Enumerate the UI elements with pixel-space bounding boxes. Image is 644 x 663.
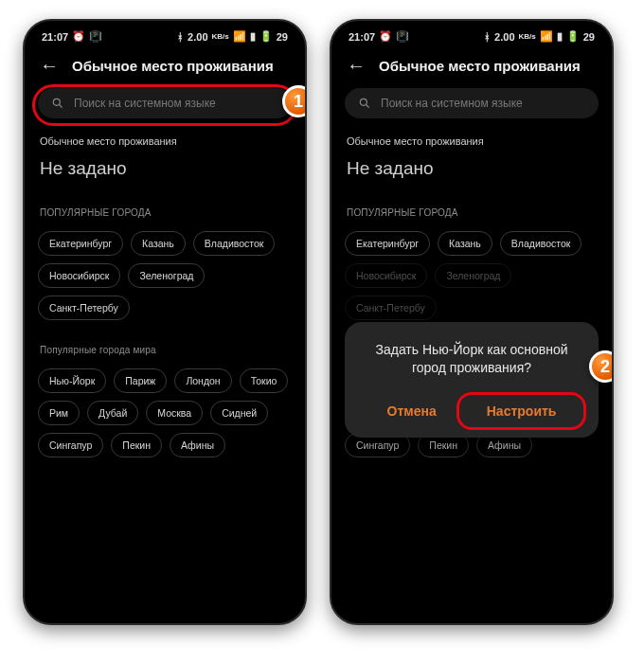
city-chip[interactable]: Екатеринбург (38, 231, 123, 256)
city-chip[interactable]: Нью-Йорк (38, 368, 106, 393)
back-icon[interactable]: ← (40, 56, 59, 75)
popular-local-header: ПОПУЛЯРНЫЕ ГОРОДА (25, 183, 305, 222)
signal-icon: ▮ (557, 30, 563, 43)
city-chip[interactable]: Казань (131, 231, 186, 256)
status-bar: 21:07 ⏰ 📳 ᚼ 2.00 KB/s 📶 ▮ 🔋 29 (25, 21, 305, 46)
net-unit: KB/s (519, 32, 536, 41)
popular-local-chips: Екатеринбург Казань Владивосток Новосиби… (25, 222, 305, 324)
residence-label: Обычное место проживания (40, 135, 290, 147)
alarm-icon: ⏰ (379, 30, 392, 43)
city-chip[interactable]: Афины (170, 433, 225, 457)
city-chip[interactable]: Санкт-Петербу (38, 296, 130, 320)
callout-1: 1 (282, 85, 307, 117)
dialog-message: Задать Нью-Йорк как основной город прожи… (362, 339, 581, 392)
city-chip[interactable]: Москва (146, 401, 203, 425)
residence-section: Обычное место проживания Не задано (331, 122, 612, 183)
search-icon (358, 97, 371, 110)
city-chip[interactable]: Новосибирск (38, 263, 120, 288)
svg-line-1 (60, 105, 63, 108)
confirm-button[interactable]: Настроить (468, 396, 576, 426)
vibrate-icon: 📳 (396, 30, 409, 43)
city-chip[interactable]: Дубай (87, 401, 138, 425)
battery-pct: 29 (583, 31, 595, 43)
residence-value: Не задано (40, 158, 290, 179)
popular-local-label: ПОПУЛЯРНЫЕ ГОРОДА (40, 207, 290, 218)
alarm-icon: ⏰ (72, 30, 85, 43)
residence-value: Не задано (347, 158, 597, 179)
popular-world-header: Популярные города мира (25, 324, 305, 359)
svg-point-0 (53, 99, 60, 105)
city-chip[interactable]: Санкт-Петербу (345, 296, 437, 320)
confirm-button-label: Настроить (487, 403, 557, 419)
city-chip[interactable]: Владивосток (500, 231, 582, 256)
residence-label: Обычное место проживания (347, 135, 597, 147)
status-time: 21:07 (349, 31, 375, 43)
signal-icon: ▮ (250, 30, 256, 43)
page-title: Обычное место проживания (379, 58, 581, 74)
city-chip[interactable]: Зеленоград (435, 263, 511, 288)
city-chip[interactable]: Сингапур (38, 433, 103, 457)
city-chip[interactable]: Владивосток (193, 231, 276, 256)
phone-screen-1: 21:07 ⏰ 📳 ᚼ 2.00 KB/s 📶 ▮ 🔋 29 ← Обычное… (23, 19, 307, 625)
svg-point-2 (360, 99, 367, 105)
city-chip[interactable]: Париж (114, 368, 167, 393)
vibrate-icon: 📳 (89, 30, 102, 43)
cancel-button[interactable]: Отмена (368, 396, 456, 426)
city-chip[interactable]: Казань (438, 231, 492, 256)
city-chip[interactable]: Пекин (111, 433, 162, 457)
wifi-icon: 📶 (233, 30, 246, 43)
popular-local-header: ПОПУЛЯРНЫЕ ГОРОДА (331, 183, 612, 222)
net-speed: 2.00 (188, 31, 207, 43)
city-chip[interactable]: Токио (240, 368, 289, 393)
status-time: 21:07 (42, 31, 68, 43)
popular-world-chips: Нью-Йорк Париж Лондон Токио Рим Дубай Мо… (25, 359, 305, 461)
net-speed: 2.00 (494, 31, 514, 43)
battery-icon: 🔋 (259, 30, 273, 43)
battery-pct: 29 (277, 31, 288, 43)
bluetooth-icon: ᚼ (177, 31, 184, 43)
search-placeholder: Поиск на системном языке (381, 97, 523, 110)
confirm-dialog: Задать Нью-Йорк как основной город прожи… (345, 322, 599, 438)
city-chip[interactable]: Екатеринбург (345, 231, 430, 256)
city-chip[interactable]: Зеленоград (128, 263, 205, 288)
city-chip[interactable]: Новосибирск (345, 263, 427, 288)
page-title: Обычное место проживания (72, 58, 274, 74)
residence-section: Обычное место проживания Не задано (25, 122, 305, 183)
back-icon[interactable]: ← (347, 56, 366, 75)
bluetooth-icon: ᚼ (484, 31, 491, 43)
callout-2: 2 (589, 350, 614, 383)
status-bar: 21:07 ⏰ 📳 ᚼ 2.00 KB/s 📶 ▮ 🔋 29 (331, 21, 612, 46)
popular-local-chips: Екатеринбург Казань Владивосток Новосиби… (331, 222, 612, 324)
app-bar: ← Обычное место проживания (331, 46, 612, 81)
battery-icon: 🔋 (566, 30, 580, 43)
popular-local-label: ПОПУЛЯРНЫЕ ГОРОДА (347, 207, 597, 218)
city-chip[interactable]: Рим (38, 401, 80, 425)
app-bar: ← Обычное место проживания (25, 46, 305, 81)
phone-screen-2: 21:07 ⏰ 📳 ᚼ 2.00 KB/s 📶 ▮ 🔋 29 ← Обычное… (330, 19, 614, 625)
net-unit: KB/s (212, 32, 229, 41)
popular-world-label: Популярные города мира (40, 345, 290, 355)
city-chip[interactable]: Сидней (210, 401, 268, 425)
search-input[interactable]: Поиск на системном языке (345, 88, 599, 118)
search-input[interactable]: Поиск на системном языке (38, 88, 292, 118)
search-placeholder: Поиск на системном языке (74, 97, 216, 110)
svg-line-3 (367, 105, 369, 108)
search-icon (51, 97, 64, 110)
wifi-icon: 📶 (540, 30, 553, 43)
city-chip[interactable]: Лондон (174, 368, 231, 393)
